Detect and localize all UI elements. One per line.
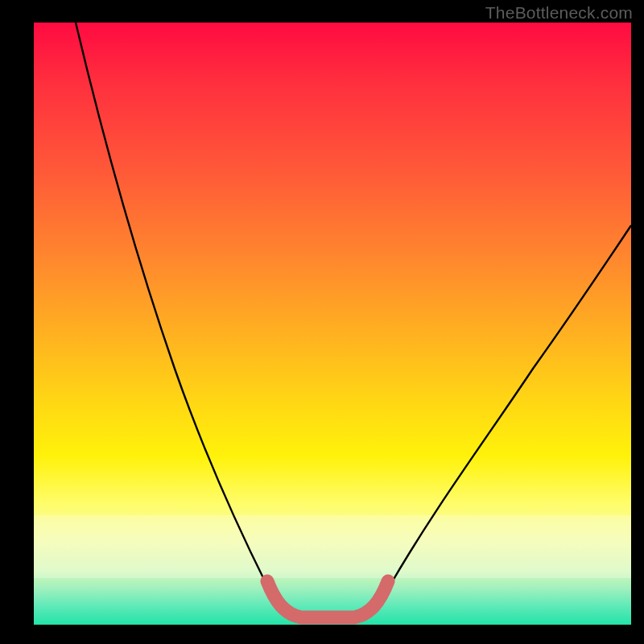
bottleneck-curve [76,23,631,618]
chart-frame: TheBottleneck.com [0,0,644,644]
chart-svg [34,23,631,625]
optimal-zone-marker [267,581,388,617]
watermark-text: TheBottleneck.com [485,3,633,23]
plot-area [34,23,631,625]
